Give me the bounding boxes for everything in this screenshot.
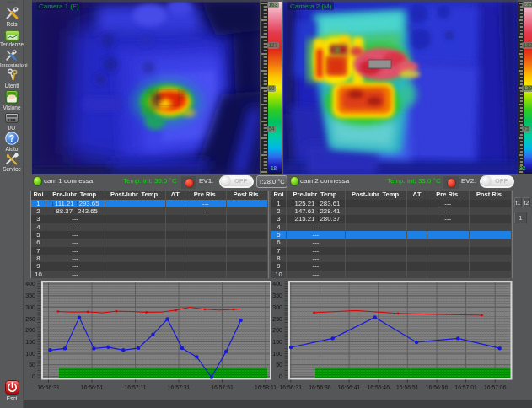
svg-text:300: 300 (272, 304, 282, 310)
svg-text:100: 100 (25, 351, 35, 357)
svg-text:50: 50 (276, 362, 282, 368)
svg-text:250: 250 (25, 316, 35, 322)
svg-text:50: 50 (29, 362, 35, 368)
svg-text:200: 200 (25, 327, 35, 333)
svg-text:16:57:11: 16:57:11 (125, 384, 147, 390)
svg-text:16:57:51: 16:57:51 (211, 384, 234, 390)
svg-text:350: 350 (25, 293, 35, 298)
svg-text:16:56:46: 16:56:46 (367, 384, 390, 390)
svg-text:16:56:36: 16:56:36 (309, 384, 331, 390)
svg-text:250: 250 (272, 316, 282, 322)
svg-text:400: 400 (272, 281, 282, 287)
svg-text:16:57:06: 16:57:06 (484, 384, 507, 390)
svg-text:16:56:31: 16:56:31 (280, 384, 303, 390)
svg-text:0: 0 (32, 373, 35, 379)
svg-text:100: 100 (272, 351, 282, 357)
svg-text:400: 400 (25, 281, 35, 287)
svg-text:16:57:31: 16:57:31 (168, 384, 191, 390)
svg-text:300: 300 (25, 304, 35, 310)
svg-text:150: 150 (25, 339, 35, 345)
svg-text:16:56:51: 16:56:51 (81, 384, 104, 390)
svg-text:0: 0 (279, 373, 282, 379)
svg-text:150: 150 (272, 339, 282, 345)
svg-text:16:56:51: 16:56:51 (396, 384, 419, 390)
svg-text:16:56:41: 16:56:41 (338, 384, 361, 390)
svg-text:16:57:01: 16:57:01 (454, 384, 477, 390)
svg-text:350: 350 (272, 293, 282, 298)
svg-text:16:56:56: 16:56:56 (426, 384, 449, 390)
svg-text:200: 200 (272, 327, 282, 333)
svg-text:16:58:11: 16:58:11 (255, 384, 277, 390)
svg-text:16:56:31: 16:56:31 (37, 384, 60, 390)
svg-text:?: ? (9, 133, 14, 143)
